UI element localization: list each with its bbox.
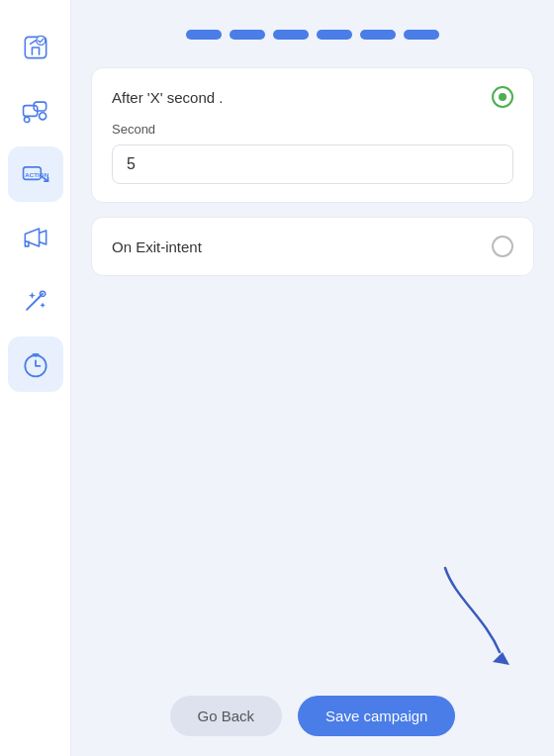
bottom-bar: Go Back Save campaign [71, 676, 554, 756]
progress-dot-6 [404, 30, 439, 40]
exit-intent-radio[interactable] [492, 236, 513, 257]
sidebar: ACTION [0, 0, 71, 756]
sidebar-item-message[interactable] [8, 210, 63, 265]
sidebar-item-timer[interactable] [8, 336, 63, 392]
arrow-annotation [425, 558, 524, 677]
exit-intent-title: On Exit-intent [112, 238, 202, 255]
progress-dot-5 [360, 30, 396, 40]
main-content: After 'X' second . Second On Exit-intent… [71, 0, 554, 756]
after-seconds-title: After 'X' second . [112, 89, 223, 106]
exit-intent-card[interactable]: On Exit-intent [91, 217, 534, 276]
sidebar-item-social[interactable] [8, 83, 63, 139]
second-label: Second [112, 122, 513, 137]
svg-point-5 [24, 117, 29, 122]
svg-marker-10 [493, 652, 509, 665]
progress-dot-1 [186, 30, 222, 40]
sidebar-item-brand[interactable] [8, 20, 63, 75]
svg-point-4 [39, 113, 46, 120]
second-input[interactable] [112, 144, 513, 184]
progress-dot-4 [317, 30, 352, 40]
after-seconds-card[interactable]: After 'X' second . Second [91, 67, 534, 203]
go-back-button[interactable]: Go Back [170, 696, 283, 736]
save-campaign-button[interactable]: Save campaign [298, 696, 455, 736]
sidebar-item-effects[interactable] [8, 273, 63, 329]
progress-dot-2 [230, 30, 265, 40]
svg-text:ACTION: ACTION [25, 171, 48, 178]
sidebar-item-action[interactable]: ACTION [8, 146, 63, 202]
progress-dot-3 [273, 30, 309, 40]
after-seconds-radio[interactable] [492, 86, 513, 108]
progress-indicator [186, 30, 439, 40]
